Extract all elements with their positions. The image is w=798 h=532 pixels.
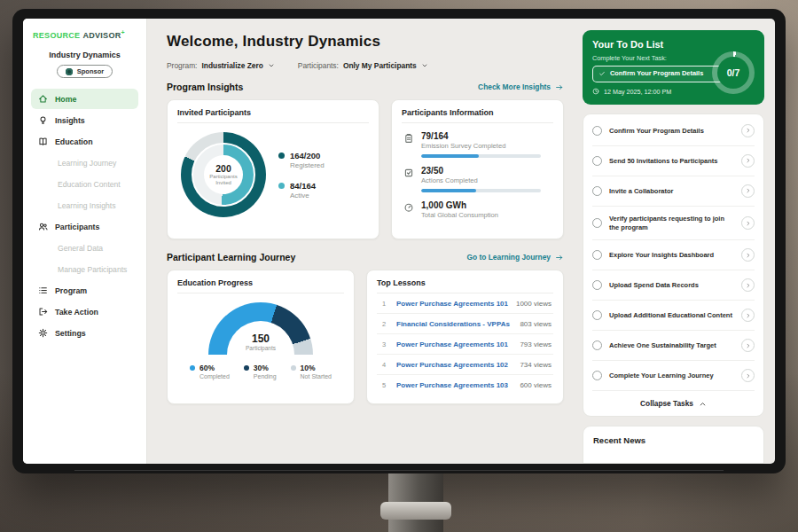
task-open-button[interactable] [741,248,755,262]
logo-resource: RESOURCE [33,31,80,40]
sidebar-item-learning-journey[interactable]: Learning Journey [31,153,138,173]
task-open-button[interactable] [741,278,755,292]
go-to-learning-journey-link[interactable]: Go to Learning Journey [467,253,564,262]
lesson-link[interactable]: Power Purchase Agreements 103 [396,381,512,389]
lesson-views: 803 views [520,320,552,328]
task-row[interactable]: Invite a Collaborator [592,176,755,207]
monitor-frame: RESOURCEADVISOR+ Industry Dynamics Spons… [12,9,786,473]
task-label: Verify participants requesting to join t… [609,215,734,232]
lesson-row: 1 Power Purchase Agreements 101 1000 vie… [377,293,553,314]
chevron-right-icon [746,158,751,163]
sponsor-icon [66,68,73,75]
sidebar-item-education[interactable]: Education [31,131,138,152]
check-more-insights-link[interactable]: Check More Insights [478,82,564,91]
gauge-legend: 60% Completed 30% Pending [190,364,332,379]
todo-summary-card: Your To Do List 0/7 Complete Your Next T… [583,30,764,105]
actions-icon [403,168,414,178]
chevron-right-icon [746,313,751,318]
sidebar-item-home[interactable]: Home [31,89,138,109]
invited-participants-donut: 200 Participants Invited [181,132,266,217]
sidebar-item-label: Education [55,137,93,146]
role-badge-row: Sponsor [31,65,138,78]
filter-bar: Program: Industrialize Zero Participants… [167,61,564,70]
task-checkbox[interactable] [592,340,602,350]
task-row[interactable]: Achieve One Sustainability Target [592,331,755,361]
donut-center: 200 Participants Invited [204,155,243,194]
task-open-button[interactable] [741,154,755,168]
task-label: Upload Spend Data Records [609,281,734,290]
chevron-up-icon [699,401,707,407]
stat-value: 79/164 [421,131,552,141]
sponsor-badge[interactable]: Sponsor [57,65,113,78]
sidebar-item-settings[interactable]: Settings [31,323,138,343]
progress-bar [421,154,541,158]
collapse-tasks-button[interactable]: Collapse Tasks [592,391,755,416]
sidebar-item-insights[interactable]: Insights [31,110,138,130]
task-checkbox[interactable] [592,371,602,380]
card-title: Top Lessons [377,278,553,293]
stat-value: 1,000 GWh [421,200,552,210]
program-filter-label: Program: [167,61,197,70]
top-lessons-card: Top Lessons 1 Power Purchase Agreements … [366,270,564,404]
program-filter-value: Industrialize Zero [201,61,262,70]
lesson-link[interactable]: Power Purchase Agreements 101 [396,340,512,348]
legend-label: Pending [254,373,277,379]
task-open-button[interactable] [741,369,755,382]
task-row[interactable]: Upload Spend Data Records [592,270,755,301]
participants-icon [38,222,48,231]
task-open-button[interactable] [741,216,755,230]
lesson-link[interactable]: Power Purchase Agreements 101 [396,300,509,308]
lesson-views: 793 views [520,340,552,348]
next-task-chip[interactable]: Confirm Your Program Details [592,66,724,82]
task-checkbox[interactable] [592,310,602,320]
link-label: Check More Insights [478,82,551,91]
task-checkbox[interactable] [592,250,602,260]
sidebar-item-program[interactable]: Program [31,280,138,301]
program-filter[interactable]: Program: Industrialize Zero [167,61,275,70]
sidebar-nav: Home Insights Education Learning Journey [31,89,138,343]
legend-value: 84/164 [290,181,316,191]
lesson-views: 1000 views [516,300,552,308]
sidebar-item-general-data[interactable]: General Data [31,238,138,258]
main-content: Welcome, Industry Dynamics Program: Indu… [147,19,576,464]
task-open-button[interactable] [741,124,755,137]
lesson-link[interactable]: Power Purchase Agreements 102 [396,361,512,369]
task-checkbox[interactable] [592,280,602,290]
participants-filter[interactable]: Participants: Only My Participants [298,61,428,70]
task-row[interactable]: Upload Additional Educational Content [592,301,755,331]
task-checkbox[interactable] [592,186,602,196]
task-checkbox[interactable] [592,126,602,136]
sidebar-item-manage-participants[interactable]: Manage Participants [31,259,138,279]
todo-panel: Your To Do List 0/7 Complete Your Next T… [576,19,775,464]
task-row[interactable]: Confirm Your Program Details [592,116,755,146]
todo-title: Your To Do List [592,39,755,50]
legend-label: Completed [200,373,230,379]
donut-center-label: Participants Invited [208,174,239,187]
desk-scene: RESOURCEADVISOR+ Industry Dynamics Spons… [0,0,798,532]
sidebar-item-education-content[interactable]: Education Content [31,174,138,194]
task-checkbox[interactable] [592,156,602,166]
participants-filter-value: Only My Participants [343,61,417,70]
sidebar-item-label: Settings [55,329,86,338]
recent-news-card: Recent News [583,426,764,464]
task-row[interactable]: Complete Your Learning Journey [592,361,755,391]
chevron-right-icon [746,128,751,133]
lesson-link[interactable]: Financial Considerations - VPPAs [396,320,512,328]
sidebar-item-label: Insights [55,116,85,125]
task-row[interactable]: Send 50 Invitations to Participants [592,146,755,176]
task-row[interactable]: Explore Your Insights Dashboard [592,240,755,270]
sidebar-item-participants[interactable]: Participants [31,216,138,237]
task-open-button[interactable] [741,184,755,198]
task-checkbox[interactable] [592,218,602,228]
card-title: Participants Information [402,108,553,123]
legend-dot [291,365,296,371]
logo-plus: + [121,29,125,35]
legend-item-pending: 30% Pending [244,364,277,379]
lesson-row: 5 Power Purchase Agreements 103 600 view… [377,375,553,395]
sidebar-item-learning-insights[interactable]: Learning Insights [31,195,138,215]
take-action-icon [38,307,48,317]
task-open-button[interactable] [741,309,755,322]
sidebar-item-take-action[interactable]: Take Action [31,301,138,322]
task-row[interactable]: Verify participants requesting to join t… [592,207,755,241]
task-open-button[interactable] [741,339,755,352]
